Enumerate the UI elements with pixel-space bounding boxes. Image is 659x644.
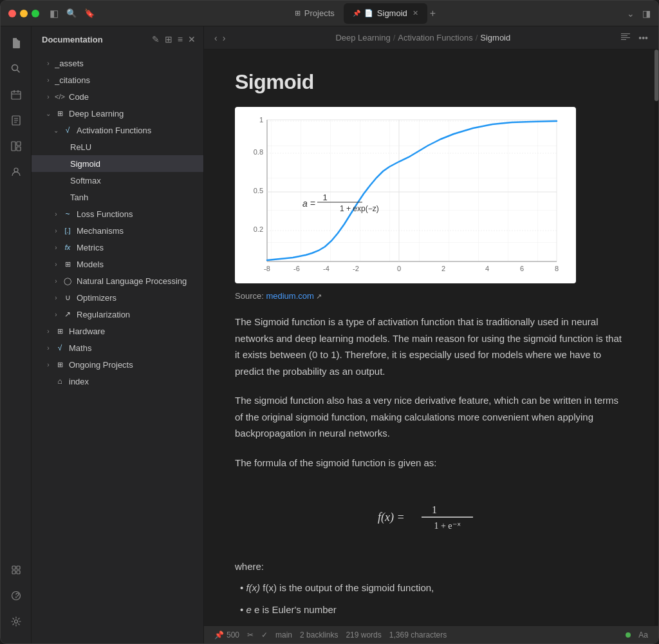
svg-text:4: 4: [485, 265, 489, 272]
nav-back-button[interactable]: ‹: [214, 33, 218, 43]
activity-person-icon[interactable]: [5, 160, 28, 184]
tab-list-icon[interactable]: ⌄: [627, 8, 635, 19]
hardware-icon: ⊞: [55, 326, 65, 336]
sidebar-item-tanh[interactable]: Tanh: [32, 189, 203, 205]
titlebar: ◧ 🔍 🔖 ⊞ Projects 📌 📄 Sigmoid ✕ + ⌄ ◨: [1, 1, 658, 26]
sidebar-item-deep-learning[interactable]: ⌄ ⊞ Deep Learning: [32, 105, 203, 122]
sidebar-item-sigmoid[interactable]: Sigmoid: [32, 155, 203, 172]
status-bar: 📌 500 ✂ ✓ main 2 backlinks: [204, 625, 658, 643]
svg-rect-10: [17, 571, 20, 574]
svg-rect-1: [12, 91, 21, 99]
sidebar-item-metrics[interactable]: › fx Metrics: [32, 239, 203, 256]
more-options-icon[interactable]: •••: [638, 33, 648, 43]
source-link[interactable]: medium.com: [266, 291, 313, 301]
sort-icon[interactable]: ≡: [178, 34, 183, 44]
sidebar-item-nlp[interactable]: › ◯ Natural Language Processing: [32, 272, 203, 289]
svg-rect-8: [17, 566, 20, 569]
tab-close-icon[interactable]: ✕: [413, 9, 418, 17]
activity-calendar-icon[interactable]: [5, 83, 28, 106]
maximize-button[interactable]: [32, 10, 39, 17]
breadcrumb-deep-learning[interactable]: Deep Learning: [335, 33, 390, 43]
new-note-icon[interactable]: ✎: [152, 34, 160, 44]
nlp-icon: ◯: [62, 276, 73, 286]
svg-rect-7: [12, 566, 15, 569]
status-check[interactable]: ✓: [261, 630, 268, 639]
svg-text:0.8: 0.8: [254, 148, 263, 156]
svg-text:1: 1: [322, 193, 327, 202]
sidebar-item-citations[interactable]: › _citations: [32, 71, 203, 88]
document-content: Sigmoid: [204, 50, 654, 625]
projects-icon: ⊞: [55, 359, 65, 370]
sidebar-item-ongoing-projects[interactable]: › ⊞ Ongoing Projects: [32, 356, 203, 373]
close-sidebar-icon[interactable]: ✕: [188, 34, 196, 44]
status-scissors[interactable]: ✂: [247, 630, 254, 639]
activity-bar: [1, 26, 32, 643]
status-bar-right: Aa: [626, 630, 648, 639]
nav-forward-button[interactable]: ›: [223, 33, 226, 43]
sidebar-item-loss-functions[interactable]: › ~ Loss Functions: [32, 205, 203, 222]
breadcrumb-activation-functions[interactable]: Activation Functions: [398, 33, 472, 43]
chevron-right-icon: ›: [52, 294, 60, 301]
new-folder-icon[interactable]: ⊞: [165, 34, 172, 44]
new-tab-button[interactable]: +: [430, 8, 436, 19]
activity-notes-icon[interactable]: [5, 109, 28, 132]
loss-icon: ~: [62, 209, 73, 219]
reg-icon: ↗: [62, 309, 73, 319]
breadcrumb-path: Deep Learning / Activation Functions / S…: [335, 33, 510, 43]
activity-settings-icon[interactable]: [5, 610, 28, 633]
sidebar-item-code[interactable]: › </> Code: [32, 88, 203, 105]
sidebar-item-index[interactable]: ⌂ index: [32, 373, 203, 390]
home-icon: ⌂: [55, 376, 65, 386]
search-icon[interactable]: 🔍: [66, 8, 77, 18]
sidebar-item-optimizers[interactable]: › ∪ Optimizers: [32, 289, 203, 306]
titlebar-left-icons: ◧ 🔍 🔖: [50, 8, 95, 19]
scrollbar-thumb[interactable]: [654, 50, 658, 101]
activity-layout-icon[interactable]: [5, 135, 28, 158]
breadcrumb-right-icons: •••: [620, 32, 648, 44]
status-ok[interactable]: [626, 632, 631, 638]
sidebar-item-hardware[interactable]: › ⊞ Hardware: [32, 323, 203, 339]
activity-search-icon[interactable]: [5, 57, 28, 80]
activity-help-icon[interactable]: [5, 584, 28, 607]
sidebar-header: Documentation ✎ ⊞ ≡ ✕: [32, 26, 203, 52]
activity-files-icon[interactable]: [5, 32, 28, 55]
tab-sigmoid-label: Sigmoid: [377, 8, 407, 18]
minimize-button[interactable]: [20, 10, 28, 17]
close-button[interactable]: [8, 10, 16, 17]
status-pin[interactable]: 📌 500: [214, 630, 239, 639]
bookmark-icon[interactable]: 🔖: [84, 8, 95, 18]
tabs-area: ⊞ Projects 📌 📄 Sigmoid ✕ +: [100, 3, 622, 24]
svg-text:1 + exp(−z): 1 + exp(−z): [340, 204, 379, 213]
sidebar-item-maths[interactable]: › √ Maths: [32, 339, 203, 356]
tab-sigmoid[interactable]: 📌 📄 Sigmoid ✕: [344, 3, 427, 24]
optimizers-icon: ∪: [62, 292, 73, 303]
sidebar-tree: › _assets › _citations › </> Code ⌄ ⊞: [32, 52, 203, 643]
chevron-down-icon: ⌄: [52, 126, 60, 134]
activity-plugins-icon[interactable]: [5, 558, 28, 582]
mechanism-icon: [.]: [62, 225, 73, 236]
sidebar-item-activation-functions[interactable]: ⌄ √ Activation Functions: [32, 122, 203, 138]
sigmoid-graph: -8 -6 -4 -2 0 2 4 6 8 1 0.8: [241, 113, 570, 274]
status-backlinks[interactable]: 2 backlinks: [300, 630, 338, 639]
sidebar-toggle-icon[interactable]: ◧: [50, 8, 59, 19]
svg-point-0: [12, 65, 17, 71]
sidebar-item-softmax[interactable]: Softmax: [32, 172, 203, 189]
chevron-right-icon: ›: [44, 76, 52, 84]
chevron-right-icon: ›: [44, 327, 52, 335]
doc-paragraph-3: The formula of the sigmoid function is g…: [235, 455, 624, 471]
sidebar-item-assets[interactable]: › _assets: [32, 55, 203, 71]
sidebar-item-regularization[interactable]: › ↗ Regularization: [32, 306, 203, 323]
status-zoom[interactable]: Aa: [638, 630, 648, 639]
sidebar-item-models[interactable]: › ⊞ Models: [32, 256, 203, 272]
svg-text:-6: -6: [293, 265, 300, 272]
sidebar-item-relu[interactable]: ReLU: [32, 138, 203, 155]
status-branch[interactable]: main: [275, 630, 292, 639]
pin-icon: 📌: [214, 630, 224, 639]
scrollbar-track[interactable]: [654, 50, 658, 625]
sidebar-right-icon[interactable]: ◨: [642, 8, 651, 19]
tab-projects[interactable]: ⊞ Projects: [286, 3, 344, 24]
spacer-icon: [60, 143, 68, 151]
reading-mode-icon[interactable]: [620, 32, 631, 44]
chevron-right-icon: ›: [44, 93, 52, 100]
sidebar-item-mechanisms[interactable]: › [.] Mechanisms: [32, 222, 203, 239]
